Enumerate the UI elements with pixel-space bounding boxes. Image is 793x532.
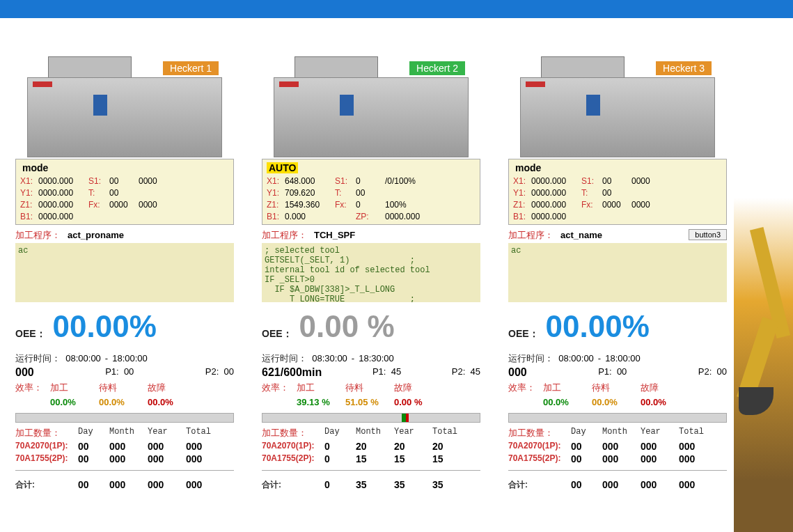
mode-label: AUTO (267, 162, 298, 173)
program-line: 加工程序：TCH_SPF (262, 229, 480, 242)
coord-panel: modeX1:0000.000S1:000000Y1:0000.000T:00Z… (508, 159, 727, 225)
mode-label: mode (513, 162, 543, 173)
oee-display: OEE：00.00% (508, 309, 727, 344)
summary-row: 621/600minP1: 45P2: 45 (262, 366, 480, 379)
runtime-line: 运行时间： 08:00:00-18:00:00 (508, 352, 727, 365)
nc-code-box: ; selected tool GETSELT(_SELT, 1) ; inte… (262, 243, 480, 302)
machine-tag: Heckert 1 (163, 61, 219, 75)
runtime-line: 运行时间： 08:00:00-18:00:00 (15, 352, 234, 365)
summary-row: 000P1: 00P2: 00 (15, 366, 234, 379)
stats-table: 加工数量：DayMonthYearTotal70A2070(1P):000000… (15, 427, 234, 464)
efficiency-header: 效率：加工待料故障 (15, 382, 234, 394)
oee-display: OEE：0.00 % (262, 309, 480, 344)
mode-label: mode (20, 162, 50, 173)
nc-code-box: ac (508, 243, 727, 302)
oee-display: OEE：00.00% (15, 309, 234, 344)
coord-panel: AUTOX1:648.000S1:0/0/100%Y1:709.620T:00Z… (262, 159, 480, 225)
efficiency-header: 效率：加工待料故障 (262, 382, 480, 394)
stats-total: 合计:00000000000 (508, 479, 727, 491)
stats-table: 加工数量：DayMonthYearTotal70A2070(1P):020202… (262, 427, 480, 464)
program-line: 加工程序：act_proname (15, 229, 234, 242)
machine-tag: Heckert 3 (656, 61, 712, 75)
machine-column-1: Heckert 1modeX1:0000.000S1:000000Y1:0000… (3, 18, 246, 532)
stats-total: 合计:0353535 (262, 479, 480, 491)
topbar (0, 0, 793, 18)
progress-bar (262, 413, 480, 423)
progress-bar (15, 413, 234, 423)
efficiency-values: 00.0%00.0%00.0% (508, 397, 727, 407)
machine-column-2: Heckert 2AUTOX1:648.000S1:0/0/100%Y1:709… (249, 18, 493, 532)
machines-area: Heckert 1modeX1:0000.000S1:000000Y1:0000… (0, 18, 793, 532)
efficiency-values: 00.0%00.0%00.0% (15, 397, 234, 407)
button3[interactable]: button3 (689, 229, 727, 240)
coord-panel: modeX1:0000.000S1:000000Y1:0000.000T:00Z… (15, 159, 234, 225)
progress-bar (508, 413, 727, 423)
efficiency-values: 39.13 %51.05 %0.00 % (262, 397, 480, 407)
machine-column-3: Heckert 3modeX1:0000.000S1:000000Y1:0000… (496, 18, 739, 532)
nc-code-box: ac (15, 243, 234, 302)
efficiency-header: 效率：加工待料故障 (508, 382, 727, 394)
program-line: 加工程序：act_namebutton3 (508, 229, 727, 242)
machine-tag: Heckert 2 (409, 61, 465, 75)
stats-total: 合计:00000000000 (15, 479, 234, 491)
summary-row: 000P1: 00P2: 00 (508, 366, 727, 379)
stats-table: 加工数量：DayMonthYearTotal70A2070(1P):000000… (508, 427, 727, 464)
runtime-line: 运行时间： 08:30:00-18:30:00 (262, 352, 480, 365)
